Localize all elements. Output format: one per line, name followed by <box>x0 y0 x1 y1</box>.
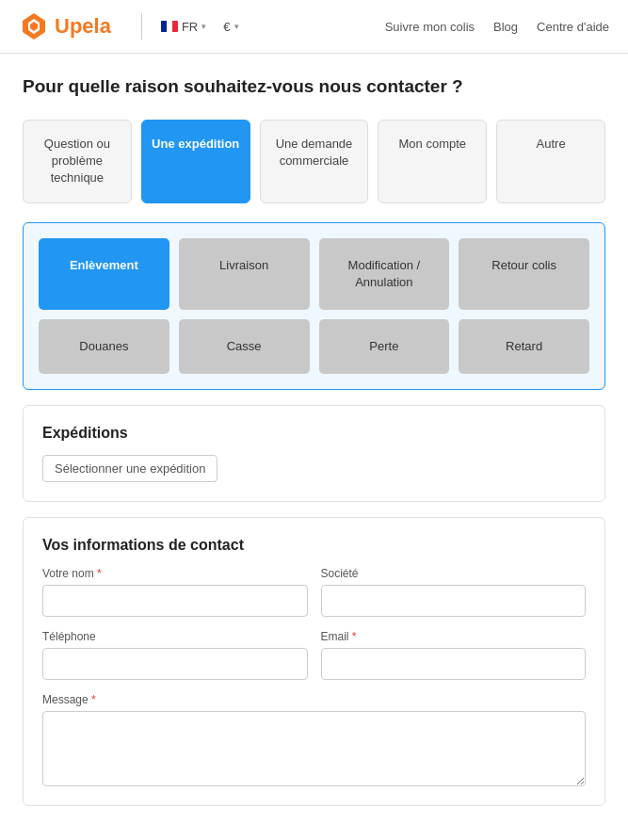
form-group-email: Email * <box>321 630 587 680</box>
language-selector[interactable]: FR ▾ <box>157 18 210 36</box>
societe-label: Société <box>321 567 587 580</box>
header-divider <box>141 13 142 40</box>
contact-title: Vos informations de contact <box>42 537 586 554</box>
form-group-telephone: Téléphone <box>42 630 308 680</box>
lang-currency-group: FR ▾ € ▾ <box>157 18 243 36</box>
message-label: Message * <box>42 693 586 706</box>
form-group-message: Message * <box>42 693 586 786</box>
email-input[interactable] <box>321 648 587 680</box>
nom-input[interactable] <box>42 585 308 617</box>
telephone-label: Téléphone <box>42 630 308 643</box>
main-nav: Suivre mon colis Blog Centre d'aide <box>385 20 609 34</box>
message-textarea[interactable] <box>42 711 586 786</box>
form-group-societe: Société <box>321 567 587 617</box>
subcat-enlevement[interactable]: Enlèvement <box>39 238 169 310</box>
subcat-retard[interactable]: Retard <box>459 319 589 374</box>
category-autre[interactable]: Autre <box>496 120 605 203</box>
select-expedition-button[interactable]: Sélectionner une expédition <box>42 455 217 482</box>
currency-chevron-icon: ▾ <box>234 22 239 31</box>
category-row: Question ou problème technique Une expéd… <box>23 120 605 203</box>
logo[interactable]: Upela <box>19 11 111 41</box>
subcat-livraison[interactable]: Livraison <box>179 238 310 310</box>
subcat-casse[interactable]: Casse <box>179 319 310 374</box>
nav-help[interactable]: Centre d'aide <box>537 20 609 34</box>
contact-section: Vos informations de contact Votre nom * … <box>23 517 605 806</box>
lang-chevron-icon: ▾ <box>201 22 206 31</box>
subcat-modification[interactable]: Modification / Annulation <box>319 238 450 310</box>
nom-label: Votre nom * <box>42 567 308 580</box>
category-compte[interactable]: Mon compte <box>378 120 487 203</box>
societe-input[interactable] <box>321 585 587 617</box>
currency-label: € <box>223 20 230 34</box>
logo-icon <box>19 11 49 41</box>
form-group-nom: Votre nom * <box>42 567 308 617</box>
telephone-input[interactable] <box>42 648 308 680</box>
page-content: Pour quelle raison souhaitez-vous nous c… <box>0 54 628 840</box>
subcategory-grid: Enlèvement Livraison Modification / Annu… <box>39 238 589 375</box>
lang-label: FR <box>182 20 198 34</box>
subcategory-box: Enlèvement Livraison Modification / Annu… <box>23 222 605 391</box>
category-expedition[interactable]: Une expédition <box>141 120 250 203</box>
email-label: Email * <box>321 630 587 643</box>
nav-blog[interactable]: Blog <box>493 20 518 34</box>
form-row-phone-email: Téléphone Email * <box>42 630 586 680</box>
nav-track[interactable]: Suivre mon colis <box>385 20 475 34</box>
page-title: Pour quelle raison souhaitez-vous nous c… <box>23 76 605 97</box>
header: Upela FR ▾ € ▾ Suivre mon colis Blog Cen… <box>0 0 628 54</box>
subcat-perte[interactable]: Perte <box>319 319 450 374</box>
subcat-douanes[interactable]: Douanes <box>39 319 169 374</box>
flag-fr-icon <box>161 21 178 32</box>
email-required: * <box>352 630 357 643</box>
expeditions-title: Expéditions <box>42 425 586 442</box>
category-demande[interactable]: Une demande commerciale <box>260 120 369 203</box>
form-row-name-company: Votre nom * Société <box>42 567 586 617</box>
subcat-retour[interactable]: Retour colis <box>459 238 589 310</box>
logo-text: Upela <box>55 14 111 39</box>
nom-required: * <box>97 567 102 580</box>
message-required: * <box>91 693 96 706</box>
category-tech[interactable]: Question ou problème technique <box>23 120 132 203</box>
currency-selector[interactable]: € ▾ <box>219 18 242 36</box>
expeditions-section: Expéditions Sélectionner une expédition <box>23 405 605 502</box>
